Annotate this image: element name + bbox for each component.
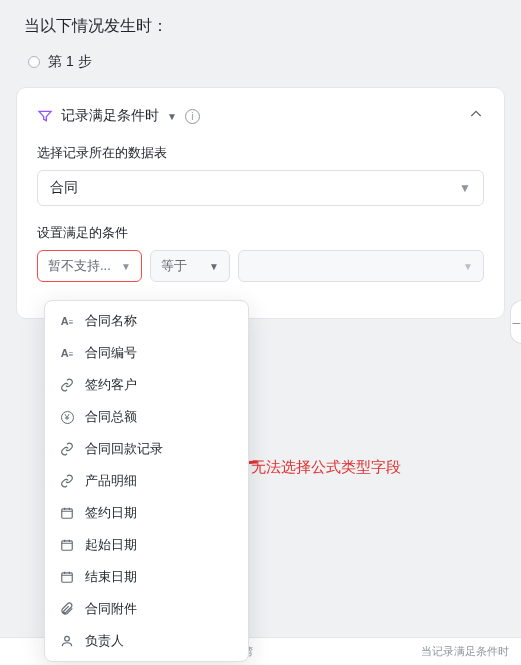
attach-field-icon xyxy=(59,602,75,616)
table-selected-value: 合同 xyxy=(50,179,78,197)
condition-row: 暂不支持... ▼ 等于 ▼ ▼ xyxy=(37,250,484,282)
condition-card: 记录满足条件时 ▼ i 选择记录所在的数据表 合同 ▼ 设置满足的条件 暂不支持… xyxy=(16,87,505,319)
dropdown-item[interactable]: ¥合同总额 xyxy=(45,401,248,433)
step-row: 第 1 步 xyxy=(0,45,521,79)
dropdown-item[interactable]: 合同附件 xyxy=(45,593,248,625)
dropdown-item[interactable]: 负责人 xyxy=(45,625,248,657)
condition-field-placeholder: 暂不支持... xyxy=(48,257,111,275)
condition-section: 设置满足的条件 暂不支持... ▼ 等于 ▼ ▼ xyxy=(37,224,484,282)
text-field-icon: A≡ xyxy=(59,315,75,327)
footer-right-text: 当记录满足条件时 xyxy=(421,644,509,659)
chevron-down-icon[interactable]: ▼ xyxy=(167,111,177,122)
condition-operator-value: 等于 xyxy=(161,257,187,275)
table-select[interactable]: 合同 ▼ xyxy=(37,170,484,206)
date-field-icon xyxy=(59,538,75,552)
condition-value-input[interactable]: ▼ xyxy=(238,250,484,282)
date-field-icon xyxy=(59,506,75,520)
chevron-down-icon: ▼ xyxy=(463,261,473,272)
dropdown-item[interactable]: A≡合同名称 xyxy=(45,305,248,337)
table-select-section: 选择记录所在的数据表 合同 ▼ xyxy=(37,144,484,206)
dropdown-item-label: 起始日期 xyxy=(85,536,137,554)
dropdown-item[interactable]: 签约日期 xyxy=(45,497,248,529)
date-field-icon xyxy=(59,570,75,584)
chevron-down-icon: ▼ xyxy=(459,181,471,195)
dropdown-item-label: 合同附件 xyxy=(85,600,137,618)
dropdown-item[interactable]: A≡合同编号 xyxy=(45,337,248,369)
svg-rect-2 xyxy=(62,573,73,582)
dropdown-item-label: 合同名称 xyxy=(85,312,137,330)
link-field-icon xyxy=(59,442,75,456)
dropdown-item-label: 签约日期 xyxy=(85,504,137,522)
dropdown-item[interactable]: 起始日期 xyxy=(45,529,248,561)
text-field-icon: A≡ xyxy=(59,347,75,359)
condition-label: 设置满足的条件 xyxy=(37,224,484,242)
svg-rect-0 xyxy=(62,509,73,518)
page-header: 当以下情况发生时： xyxy=(0,0,521,45)
dropdown-item-label: 产品明细 xyxy=(85,472,137,490)
dropdown-item-label: 合同回款记录 xyxy=(85,440,163,458)
condition-field-select[interactable]: 暂不支持... ▼ xyxy=(37,250,142,282)
dropdown-item-label: 合同编号 xyxy=(85,344,137,362)
dropdown-item-label: 合同总额 xyxy=(85,408,137,426)
filter-icon xyxy=(37,108,53,124)
card-title: 记录满足条件时 xyxy=(61,107,159,125)
card-header: 记录满足条件时 ▼ i xyxy=(37,106,484,126)
collapse-icon[interactable] xyxy=(468,106,484,126)
step-radio[interactable] xyxy=(28,56,40,68)
person-field-icon xyxy=(59,634,75,648)
info-icon[interactable]: i xyxy=(185,109,200,124)
currency-field-icon: ¥ xyxy=(59,411,75,424)
link-field-icon xyxy=(59,474,75,488)
table-select-label: 选择记录所在的数据表 xyxy=(37,144,484,162)
dropdown-item-label: 负责人 xyxy=(85,632,124,650)
dropdown-item[interactable]: 签约客户 xyxy=(45,369,248,401)
annotation-text: 无法选择公式类型字段 xyxy=(251,458,401,477)
dropdown-item-label: 结束日期 xyxy=(85,568,137,586)
field-dropdown: A≡合同名称A≡合同编号签约客户¥合同总额合同回款记录产品明细签约日期起始日期结… xyxy=(44,300,249,662)
condition-operator-select[interactable]: 等于 ▼ xyxy=(150,250,230,282)
dropdown-item[interactable]: 产品明细 xyxy=(45,465,248,497)
add-step-button[interactable]: – xyxy=(510,300,521,344)
chevron-down-icon: ▼ xyxy=(121,261,131,272)
link-field-icon xyxy=(59,378,75,392)
step-label: 第 1 步 xyxy=(48,53,92,71)
dropdown-item-label: 签约客户 xyxy=(85,376,137,394)
svg-point-3 xyxy=(65,636,70,641)
dropdown-item[interactable]: 结束日期 xyxy=(45,561,248,593)
chevron-down-icon: ▼ xyxy=(209,261,219,272)
dropdown-item[interactable]: 合同回款记录 xyxy=(45,433,248,465)
header-title: 当以下情况发生时： xyxy=(24,17,168,34)
svg-rect-1 xyxy=(62,541,73,550)
